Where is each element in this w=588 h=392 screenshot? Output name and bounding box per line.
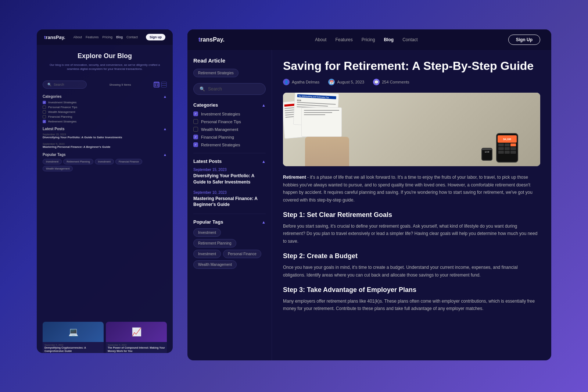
category-label-2: Wealth Management: [48, 110, 75, 114]
right-search-box[interactable]: 🔍: [193, 83, 266, 95]
date-icon: 📅: [328, 79, 335, 85]
article-author: 👤 Agatha Delmas: [283, 79, 319, 85]
tag-investment2[interactable]: Investment: [95, 159, 114, 164]
left-nav-contact[interactable]: Contact: [126, 35, 138, 39]
right-categories-title: Categories: [193, 102, 218, 108]
left-categories-title: Categories: [43, 95, 62, 99]
search-input[interactable]: [208, 86, 259, 92]
list-item: Wealth Management: [193, 127, 266, 132]
list-item: September 15, 2023 Diversifying Your Por…: [43, 133, 167, 139]
search-icon: 🔍: [47, 83, 51, 86]
post-date-0: September 15, 2023: [43, 133, 167, 136]
right-post-date-1: September 10, 2023: [193, 190, 266, 195]
left-tags-arrow: ▲: [163, 153, 167, 157]
list-item: September 5, 2023 Mastering Personal Fin…: [43, 143, 167, 149]
card-img-bg-0: 💻: [43, 322, 104, 342]
left-search-box[interactable]: 🔍 Search: [43, 81, 87, 89]
right-post-title-0[interactable]: Diversifying Your Portfolio: A Guide to …: [193, 173, 266, 185]
category-checkbox-2[interactable]: [43, 110, 46, 114]
left-nav-blog[interactable]: Blog: [116, 35, 123, 39]
right-tag-wealth[interactable]: Wealth Management: [193, 260, 237, 269]
left-nav-links: About Features Pricing Blog Contact: [73, 35, 138, 39]
right-nav-features[interactable]: Features: [335, 37, 352, 42]
right-nav-about[interactable]: About: [315, 37, 326, 42]
left-list-view-button[interactable]: ☰: [161, 82, 167, 88]
category-checkbox-3[interactable]: [43, 115, 46, 118]
left-signup-button[interactable]: Sign up: [146, 34, 165, 40]
post-title-0[interactable]: Diversifying Your Portfolio: A Guide to …: [43, 136, 167, 139]
right-tags-arrow: ▲: [262, 220, 266, 224]
right-post-date-0: September 15, 2023: [193, 168, 266, 172]
left-nav: transPay. About Features Pricing Blog Co…: [37, 29, 173, 45]
left-latest-posts-arrow: ▲: [163, 127, 167, 131]
watch-graphic: 12:30: [481, 148, 492, 161]
right-sidebar: Read Article Retirement Strategies 🔍 Cat…: [187, 50, 272, 360]
hero-img-content: Tax Withholding and Estimated Tax 2019: [283, 93, 540, 166]
category-checkbox-1[interactable]: [43, 106, 46, 109]
tag-retirement[interactable]: Retirement Planning: [63, 159, 93, 164]
right-nav-blog[interactable]: Blog: [384, 37, 394, 42]
right-post-title-1[interactable]: Mastering Personal Finance: A Beginner's…: [193, 196, 266, 208]
right-latest-posts-title: Latest Posts: [193, 158, 222, 164]
right-tag-badge[interactable]: Retirement Strategies: [193, 69, 239, 77]
left-hero-subtitle: Our blog is one of innovation, security,…: [44, 63, 165, 71]
right-cat-cb-0[interactable]: [193, 111, 198, 116]
comment-count: 254 Comments: [382, 80, 409, 84]
right-cat-cb-3[interactable]: [193, 135, 198, 139]
calculator-graphic: $4,180: [496, 133, 518, 163]
right-cat-label-2: Wealth Management: [201, 127, 238, 132]
author-name: Agatha Delmas: [292, 80, 319, 84]
list-item: Retirement Strategies: [43, 120, 167, 123]
hand-graphic: [305, 137, 349, 166]
right-cat-label-4: Retirement Strategies: [201, 143, 240, 147]
article-step-1-body: Before you start saving, it's crucial to…: [283, 222, 540, 245]
tag-finance[interactable]: Financial Finance: [115, 159, 142, 164]
left-nav-about[interactable]: About: [73, 35, 82, 39]
tag-investment[interactable]: Investment: [43, 159, 62, 164]
right-tag-personal-finance[interactable]: Personal Finance: [223, 250, 261, 258]
card-title-0: Demystifying Cryptocurrencies: A Compreh…: [44, 346, 102, 353]
blog-card-0[interactable]: 💻 September 5, 2023 Demystifying Cryptoc…: [43, 322, 104, 353]
left-toolbar: 🔍 Search Showing 9 Items ⊞ ☰: [37, 78, 173, 91]
right-categories-list: Investment Strategies Personal Finance T…: [193, 111, 266, 147]
post-title-1[interactable]: Mastering Personal Finance: A Beginner's…: [43, 145, 167, 149]
right-logo-accent: t: [198, 36, 200, 43]
article-step-2-title: Step 2: Create a Budget: [283, 252, 540, 260]
right-cat-cb-4[interactable]: [193, 142, 198, 147]
left-nav-pricing[interactable]: Pricing: [103, 35, 113, 39]
right-posts-list: September 15, 2023 Diversifying Your Por…: [193, 168, 266, 208]
card-body-0: September 5, 2023 Demystifying Cryptocur…: [43, 342, 104, 353]
left-grid-view-button[interactable]: ⊞: [154, 82, 159, 88]
left-nav-features[interactable]: Features: [86, 35, 99, 39]
article-title: Saving for Retirement: A Step-By-Step Gu…: [283, 59, 540, 73]
tag-wealth[interactable]: Wealth Management: [43, 166, 73, 171]
article-intro: Retirement - it's a phase of life that w…: [283, 174, 540, 204]
left-card-grid: 💻 September 5, 2023 Demystifying Cryptoc…: [43, 322, 167, 353]
card-title-1: The Power of Compound Interest: Making Y…: [108, 346, 165, 353]
category-checkbox-0[interactable]: [43, 101, 46, 104]
category-checkbox-4[interactable]: [43, 120, 46, 123]
right-cat-cb-2[interactable]: [193, 127, 198, 132]
right-panel: transPay. About Features Pricing Blog Co…: [187, 29, 551, 360]
article-step-3-body: Many employers offer retirement plans li…: [283, 297, 540, 313]
right-nav-contact[interactable]: Contact: [402, 37, 417, 42]
right-content: Read Article Retirement Strategies 🔍 Cat…: [187, 50, 551, 360]
article-hero-image: Tax Withholding and Estimated Tax 2019: [283, 93, 540, 166]
right-nav-pricing[interactable]: Pricing: [362, 37, 375, 42]
card-image-1: 📈: [106, 322, 167, 342]
right-tag-investment2[interactable]: Investment: [193, 250, 221, 258]
left-sidebar-content: Categories ▲ Investment Strategies Perso…: [37, 91, 173, 319]
right-cat-cb-1[interactable]: [193, 119, 198, 124]
right-logo: transPay.: [198, 36, 225, 43]
right-latest-posts-arrow: ▲: [262, 159, 266, 164]
category-label-3: Financial Planning: [48, 115, 72, 118]
left-hero: Explore Our Blog Our blog is one of inno…: [37, 45, 173, 78]
card-image-0: 💻: [43, 322, 104, 342]
right-cat-label-0: Investment Strategies: [201, 112, 240, 116]
right-tag-investment[interactable]: Investment: [193, 228, 221, 237]
divider-2: [193, 214, 266, 214]
article-step-1-title: Step 1: Set Clear Retirement Goals: [283, 211, 540, 219]
right-signup-button[interactable]: Sign Up: [508, 35, 540, 45]
blog-card-1[interactable]: 📈 September 5, 2023 The Power of Compoun…: [106, 322, 167, 353]
right-tag-retirement[interactable]: Retirement Planning: [193, 239, 236, 247]
